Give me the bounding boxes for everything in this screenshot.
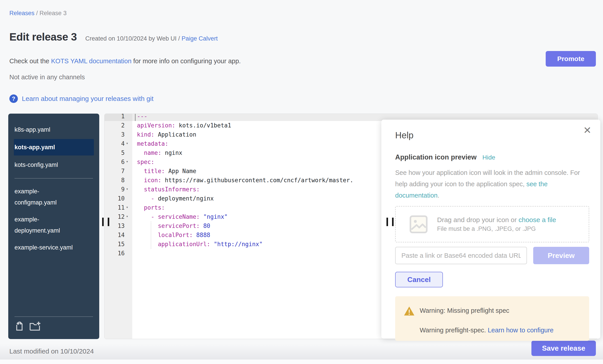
created-author-link[interactable]: Paige Calvert (182, 35, 218, 42)
file-item-example-deployment.yaml[interactable]: example-deployment.yaml (8, 211, 99, 239)
icon-dropzone[interactable]: Drag and drop your icon or choose a file… (395, 206, 589, 242)
help-desc-text: See how your application icon will look … (395, 169, 580, 188)
help-description: See how your application icon will look … (395, 167, 589, 201)
line-number: 1 (104, 114, 125, 121)
file-item-example-service.yaml[interactable]: example-service.yaml (8, 239, 99, 256)
new-file-icon[interactable] (14, 321, 24, 331)
warning-title: Warning: Missing preflight spec (420, 307, 509, 314)
image-placeholder-icon (409, 215, 428, 233)
cancel-button[interactable]: Cancel (395, 272, 443, 287)
footer-strip (0, 360, 603, 364)
breadcrumb: Releases / Release 3 (9, 10, 67, 17)
learn-how-to-configure-link[interactable]: Learn how to configure (488, 327, 554, 334)
line-number: 8 (104, 176, 125, 185)
warning-triangle-icon (404, 306, 415, 316)
line-number: 9 (104, 185, 125, 194)
breadcrumb-separator: / (35, 10, 40, 16)
sidebar-resize-handle[interactable] (102, 218, 113, 226)
code-text: applicationUrl: "http://nginx" (137, 240, 263, 249)
created-text: Created on 10/10/2024 by Web UI / (85, 35, 182, 42)
code-text: spec: (137, 157, 154, 167)
last-modified-text: Last modified on 10/10/2024 (9, 348, 94, 355)
code-text: - deployment/nginx (137, 194, 214, 203)
line-number: 10 (104, 194, 125, 203)
line-number: 3 (104, 130, 125, 139)
help-title: Help (395, 130, 589, 140)
fold-arrow-icon[interactable]: ▾ (126, 185, 128, 194)
sidebar-actions-divider (14, 317, 93, 317)
created-line: Created on 10/10/2024 by Web UI / Paige … (85, 35, 218, 42)
sidebar-actions (8, 314, 99, 339)
fold-arrow-icon[interactable]: ▾ (126, 139, 128, 148)
line-number: 15 (104, 240, 125, 249)
line-number: 16 (104, 249, 125, 258)
fold-arrow-icon[interactable]: ▾ (126, 157, 128, 166)
file-item-k8s-app.yaml[interactable]: k8s-app.yaml (8, 121, 99, 138)
hide-link[interactable]: Hide (482, 154, 495, 161)
page-title: Edit release 3 (9, 31, 77, 43)
text-cursor (135, 114, 136, 121)
promote-button[interactable]: Promote (546, 51, 596, 66)
code-text: ports: (137, 203, 165, 212)
code-text: icon: https://raw.githubusercontent.com/… (137, 176, 353, 185)
breadcrumb-current: Release 3 (39, 10, 67, 16)
code-text: metadata: (137, 139, 168, 148)
page-title-row: Edit release 3 Created on 10/10/2024 by … (9, 31, 218, 43)
line-number: 11 (104, 203, 125, 212)
code-text: localPort: 8888 (137, 231, 210, 240)
icon-preview-section-title: Application icon preview (395, 153, 476, 161)
file-item-example-configmap.yaml[interactable]: example-configmap.yaml (8, 183, 99, 211)
code-text: kind: Application (137, 130, 196, 139)
fold-arrow-icon[interactable]: ▾ (126, 212, 128, 221)
help-desc-period: . (438, 192, 439, 199)
code-text: servicePort: 80 (137, 221, 210, 231)
dropzone-hint: File must be a .PNG, .JPEG, or .JPG (437, 225, 556, 232)
line-number: 2 (104, 121, 125, 130)
line-number: 5 (104, 148, 125, 157)
file-group-divider (14, 178, 93, 178)
line-number: 4 (104, 139, 125, 148)
intro-pre: Check out the (9, 57, 51, 65)
warning-detail-text: Warning preflight-spec. (420, 327, 488, 334)
line-number: 14 (104, 231, 125, 240)
choose-file-link[interactable]: choose a file (519, 216, 556, 223)
warning-banner: Warning: Missing preflight spec Warning … (395, 296, 589, 341)
help-panel: ✕ Help Application icon preview Hide See… (381, 120, 600, 339)
preview-button[interactable]: Preview (533, 247, 589, 264)
fold-arrow-icon[interactable]: ▾ (126, 203, 128, 212)
git-help-row: ? Learn about managing your releases wit… (9, 94, 153, 103)
code-text: statusInformers: (137, 185, 200, 194)
file-tree-sidebar: k8s-app.yamlkots-app.yamlkots-config.yam… (8, 114, 99, 339)
dropzone-text: Drag and drop your icon or (437, 216, 519, 223)
save-release-button[interactable]: Save release (531, 341, 596, 356)
code-text: apiVersion: kots.io/v1beta1 (137, 121, 231, 130)
help-resize-handle[interactable] (386, 218, 398, 226)
git-releases-link[interactable]: Learn about managing your releases with … (22, 95, 153, 102)
new-folder-icon[interactable] (29, 321, 41, 331)
channel-status: Not active in any channels (9, 74, 85, 81)
file-item-kots-config.yaml[interactable]: kots-config.yaml (8, 156, 99, 173)
warning-detail: Warning preflight-spec. Learn how to con… (420, 327, 554, 334)
code-text: - serviceName: "nginx" (137, 212, 228, 221)
kots-yaml-docs-link[interactable]: KOTS YAML documentation (51, 57, 132, 65)
breadcrumb-releases-link[interactable]: Releases (9, 10, 35, 16)
indent-guide (151, 221, 151, 249)
code-text: name: nginx (137, 148, 182, 157)
intro-post: for more info on configuring your app. (132, 57, 241, 65)
code-text: --- (137, 114, 147, 121)
question-mark-icon: ? (9, 94, 18, 103)
file-item-kots-app.yaml[interactable]: kots-app.yaml (14, 139, 94, 155)
file-list: k8s-app.yamlkots-app.yamlkots-config.yam… (8, 114, 99, 256)
line-number: 7 (104, 167, 125, 176)
code-text: title: App Name (137, 167, 196, 176)
line-number: 6 (104, 157, 125, 167)
intro-line: Check out the KOTS YAML documentation fo… (9, 57, 241, 65)
icon-url-input[interactable] (395, 247, 527, 264)
